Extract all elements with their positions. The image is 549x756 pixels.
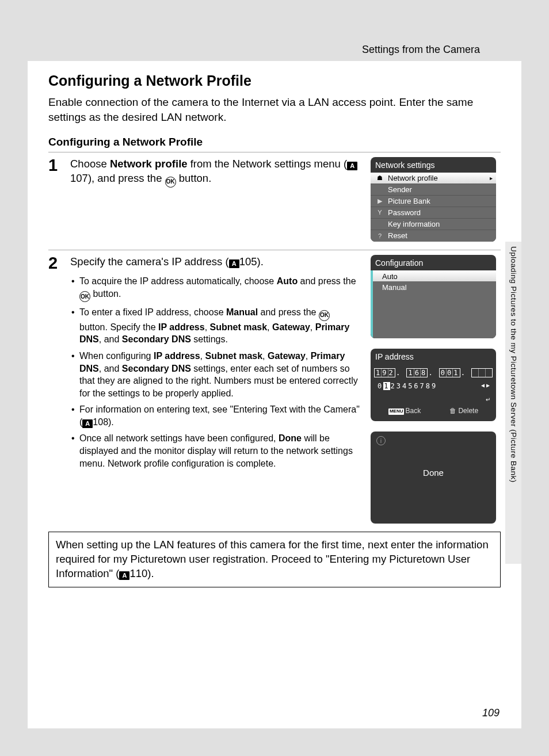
digit-selector: 0123456789 ◀▶ bbox=[371, 380, 496, 392]
info-icon: i bbox=[376, 436, 386, 445]
camera-screen-network-settings: Network settings ☗Network profile Sender… bbox=[371, 157, 496, 242]
ok-button-icon: OK bbox=[79, 291, 90, 302]
ok-button-icon: OK bbox=[319, 310, 330, 321]
side-tab-label: Uploading Pictures to the my Picturetown… bbox=[509, 246, 518, 483]
cam1-item-picture-bank: ▶Picture Bank bbox=[371, 196, 496, 207]
ok-button-icon: OK bbox=[165, 177, 176, 188]
cam1-title: Network settings bbox=[371, 157, 496, 173]
cam1-item-network-profile: ☗Network profile bbox=[371, 173, 496, 184]
left-right-icon: ◀▶ bbox=[481, 381, 491, 390]
enter-icon: ↵ bbox=[371, 392, 496, 405]
note-box: When setting up the LAN features of this… bbox=[48, 532, 501, 587]
step-1-number: 1 bbox=[48, 157, 63, 174]
ip-octets: 192. 168. 001. bbox=[371, 364, 496, 380]
camera-screen-configuration: Configuration Auto Manual bbox=[371, 255, 496, 338]
page-title: Configuring a Network Profile bbox=[48, 72, 501, 89]
cam2-title: Configuration bbox=[371, 255, 496, 270]
step-2-bullet-4: For information on entering text, see "E… bbox=[71, 403, 360, 428]
cam2-item-auto: Auto bbox=[371, 270, 496, 281]
cam1-item-sender: Sender bbox=[371, 184, 496, 196]
step-2-text: Specify the camera's IP address (A105). bbox=[70, 255, 360, 269]
divider bbox=[48, 250, 501, 250]
cam3-title: IP address bbox=[371, 349, 496, 364]
step-1-text: Choose Network profile from the Network … bbox=[70, 157, 360, 242]
page-number: 109 bbox=[482, 707, 500, 719]
step-2-bullet-3: When configuring IP address, Subnet mask… bbox=[71, 350, 360, 399]
divider bbox=[48, 152, 501, 152]
cam2-item-manual: Manual bbox=[371, 281, 496, 292]
manual-ref-icon: A bbox=[119, 571, 129, 580]
delete-button: 🗑 Delete bbox=[449, 406, 478, 415]
step-2-bullet-5: Once all network settings have been conf… bbox=[71, 432, 360, 469]
camera-screen-ip-address: IP address 192. 168. 001. 0123456789 ◀▶ … bbox=[371, 349, 496, 421]
header-section-title: Settings from the Camera bbox=[362, 44, 480, 56]
manual-ref-icon: A bbox=[347, 162, 357, 170]
manual-ref-icon: A bbox=[229, 259, 239, 268]
procedure-heading: Configuring a Network Profile bbox=[48, 136, 501, 148]
cam1-item-key-info: Key information bbox=[371, 219, 496, 230]
manual-ref-icon: A bbox=[82, 419, 93, 428]
step-2-bullet-2: To enter a fixed IP address, choose Manu… bbox=[71, 306, 360, 346]
camera-screen-done: i Done bbox=[371, 432, 496, 524]
done-label: Done bbox=[371, 467, 496, 479]
step-2-bullet-1: To acquire the IP address automatically,… bbox=[71, 275, 360, 302]
intro-text: Enable connection of the camera to the I… bbox=[48, 95, 501, 124]
menu-back: MENUBack bbox=[388, 406, 421, 415]
cam1-item-password: YPassword bbox=[371, 207, 496, 219]
cam1-item-reset: ?Reset bbox=[371, 230, 496, 242]
step-2-number: 2 bbox=[48, 255, 63, 272]
